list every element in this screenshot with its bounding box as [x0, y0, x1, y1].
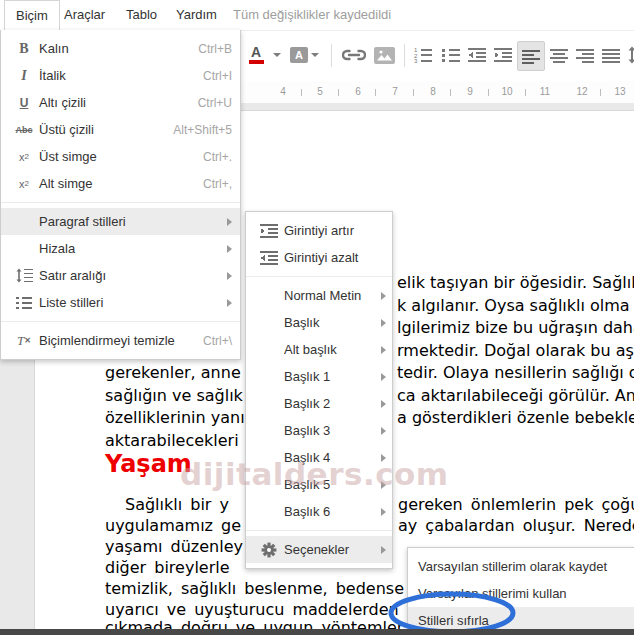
- bulleted-list-button[interactable]: [438, 41, 464, 69]
- submenu-arrow-icon: [381, 400, 386, 408]
- justify-icon: [602, 48, 620, 63]
- text-color-dropdown[interactable]: [270, 41, 284, 69]
- text-color-button[interactable]: A: [244, 41, 268, 69]
- doc-text-line: sağlığın ve sağlık: [105, 386, 243, 405]
- doc-text-line: özelliklerinin yanı: [105, 408, 245, 427]
- increase-indent-button[interactable]: [490, 41, 516, 69]
- submenu-arrow-icon: [227, 245, 232, 253]
- bottom-bar: [0, 629, 634, 635]
- doc-text-line: gerekenler, anne: [105, 363, 241, 382]
- doc-text-line: lgilerimiz bize bu uğraşın daha doğu: [397, 318, 634, 337]
- ruler-number: 11: [537, 84, 553, 100]
- menu-yardim[interactable]: Yardım: [165, 0, 228, 29]
- doc-text-line: aktarabilecekleri: [105, 431, 239, 450]
- justify-button[interactable]: [598, 41, 624, 69]
- doc-text-line: ca aktarılabileceği görülür. Anne ve b: [397, 386, 634, 405]
- align-left-button[interactable]: [517, 41, 545, 71]
- menu-bicim[interactable]: Biçim: [4, 0, 60, 30]
- menu-separator: [1, 321, 240, 322]
- menu-item-normal-text[interactable]: Normal Metin: [246, 282, 392, 309]
- menu-araclar[interactable]: Araçlar: [53, 0, 116, 29]
- ruler-number: 10: [498, 84, 515, 100]
- gear-icon: [254, 542, 284, 558]
- ruler-number: 8: [427, 84, 439, 100]
- menu-item-title[interactable]: Başlık: [246, 309, 392, 336]
- doc-text-line: uyarıcı ve uyuşturucu maddelerden: [105, 600, 399, 619]
- doc-text-line: tedir. Olaya nesillerin sağlığı olarak: [397, 363, 634, 382]
- subscript-icon: x2: [9, 178, 39, 190]
- submenu-arrow-icon: [227, 299, 232, 307]
- line-spacing-button[interactable]: [624, 41, 634, 69]
- ruler-number: 7: [389, 84, 401, 100]
- menu-item-bold[interactable]: B Kalın Ctrl+B: [1, 35, 240, 62]
- align-right-icon: [576, 48, 594, 63]
- text-color-bar: [249, 60, 264, 64]
- shortcut: Ctrl+.: [191, 150, 232, 164]
- ruler-number: 13: [611, 84, 628, 100]
- align-right-button[interactable]: [572, 41, 598, 69]
- submenu-arrow-icon: [381, 319, 386, 327]
- highlight-color-dropdown[interactable]: [308, 41, 322, 69]
- menubar: Biçim Araçlar Tablo Yardım Tüm değişikli…: [0, 0, 634, 30]
- insert-image-button[interactable]: [370, 41, 398, 69]
- italic-icon: I: [9, 68, 39, 84]
- menu-item-strikethrough[interactable]: Abc Üstü çizili Alt+Shift+5: [1, 116, 240, 143]
- numbered-list-button[interactable]: 123: [410, 41, 436, 69]
- menu-item-heading-4[interactable]: Başlık 4: [246, 444, 392, 471]
- align-center-button[interactable]: [546, 41, 572, 69]
- decrease-indent-icon: [467, 47, 487, 63]
- clear-formatting-icon: T✕: [9, 333, 39, 349]
- format-menu: B Kalın Ctrl+B I İtalik Ctrl+I U Altı çi…: [0, 30, 241, 360]
- shortcut: Alt+Shift+5: [161, 123, 232, 137]
- doc-text-line: uygulamamız ge: [105, 516, 241, 535]
- menu-item-decrease-indent[interactable]: Girintiyi azalt: [246, 244, 392, 271]
- shortcut: Ctrl+B: [186, 42, 232, 56]
- menu-tablo[interactable]: Tablo: [115, 0, 168, 29]
- menu-item-heading-3[interactable]: Başlık 3: [246, 417, 392, 444]
- list-styles-icon: [9, 296, 39, 310]
- shortcut: Ctrl+\: [191, 334, 232, 348]
- menu-item-line-spacing[interactable]: Satır aralığı: [1, 262, 240, 289]
- submenu-arrow-icon: [381, 481, 386, 489]
- menu-item-underline[interactable]: U Altı çizili Ctrl+U: [1, 89, 240, 116]
- doc-text-line: diğer bireylerle: [105, 558, 230, 577]
- menu-item-increase-indent[interactable]: Girintiyi artır: [246, 217, 392, 244]
- align-center-icon: [550, 48, 568, 63]
- menu-item-use-default-styles[interactable]: Varsayılan stillerimi kullan: [408, 580, 634, 607]
- increase-indent-icon: [254, 224, 284, 238]
- menu-item-align[interactable]: Hizala: [1, 235, 240, 262]
- submenu-arrow-icon: [381, 508, 386, 516]
- submenu-arrow-icon: [381, 346, 386, 354]
- line-spacing-icon: [9, 268, 39, 283]
- menu-item-options[interactable]: Seçenekler: [246, 536, 392, 563]
- doc-text-line: gereken önlemlerin pek çoğu gün: [398, 495, 634, 514]
- menu-item-superscript[interactable]: x2 Üst simge Ctrl+.: [1, 143, 240, 170]
- menu-item-paragraph-styles[interactable]: Paragraf stilleri: [1, 208, 240, 235]
- toolbar-separator: [331, 44, 332, 67]
- submenu-arrow-icon: [227, 218, 232, 226]
- menu-separator: [1, 202, 240, 203]
- menu-item-italic[interactable]: I İtalik Ctrl+I: [1, 62, 240, 89]
- doc-text-line: k algılanır. Oysa sağlıklı olma uğrund: [397, 296, 634, 315]
- ruler-number: 12: [573, 84, 590, 100]
- menu-item-subtitle[interactable]: Alt başlık: [246, 336, 392, 363]
- toolbar-separator: [404, 44, 405, 67]
- menu-item-heading-2[interactable]: Başlık 2: [246, 390, 392, 417]
- menu-item-list-styles[interactable]: Liste stilleri: [1, 289, 240, 316]
- insert-link-button[interactable]: [340, 41, 368, 69]
- ruler-number: 6: [352, 84, 364, 100]
- menu-item-subscript[interactable]: x2 Alt simge Ctrl+,: [1, 170, 240, 197]
- bold-icon: B: [9, 41, 39, 57]
- save-status: Tüm değişiklikler kaydedildi: [233, 0, 391, 30]
- menu-item-heading-5[interactable]: Başlık 5: [246, 471, 392, 498]
- numbered-list-icon: 123: [413, 47, 433, 63]
- submenu-arrow-icon: [381, 292, 386, 300]
- doc-text-line: yaşamı düzenley: [105, 537, 243, 556]
- menu-item-save-default-styles[interactable]: Varsayılan stillerim olarak kaydet: [408, 553, 634, 580]
- menu-item-heading-1[interactable]: Başlık 1: [246, 363, 392, 390]
- image-icon: [374, 47, 395, 64]
- decrease-indent-button[interactable]: [464, 41, 490, 69]
- decrease-indent-icon: [254, 251, 284, 265]
- menu-item-clear-formatting[interactable]: T✕ Biçimlendirmeyi temizle Ctrl+\: [1, 327, 240, 354]
- menu-item-heading-6[interactable]: Başlık 6: [246, 498, 392, 525]
